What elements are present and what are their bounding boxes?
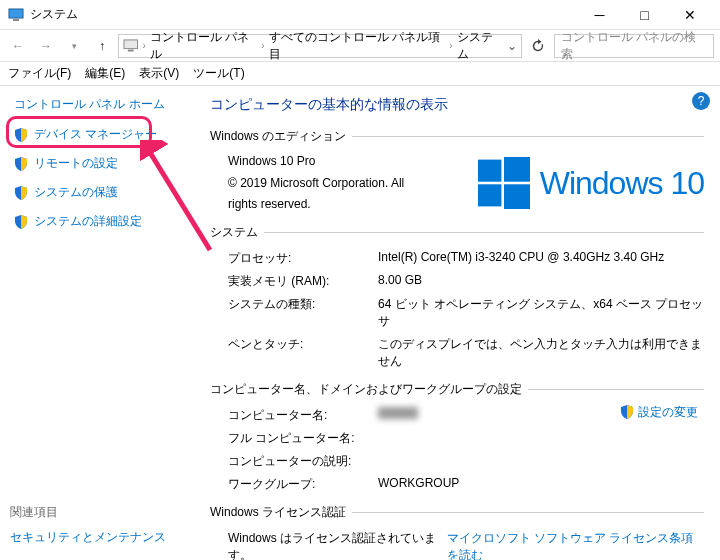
- menu-view[interactable]: 表示(V): [139, 65, 179, 82]
- menu-edit[interactable]: 編集(E): [85, 65, 125, 82]
- sidebar-item-label: リモートの設定: [34, 155, 118, 172]
- type-label: システムの種類:: [228, 296, 378, 330]
- cpu-label: プロセッサ:: [228, 250, 378, 267]
- section-edition: Windows のエディション: [210, 128, 346, 145]
- wg-label: ワークグループ:: [228, 476, 378, 493]
- shield-icon: [14, 215, 28, 229]
- main-panel: ? コンピューターの基本的な情報の表示 Windows のエディション Wind…: [192, 86, 720, 560]
- related-link-security[interactable]: セキュリティとメンテナンス: [10, 529, 166, 546]
- menu-tools[interactable]: ツール(T): [193, 65, 244, 82]
- recent-dropdown[interactable]: ▾: [62, 34, 86, 58]
- minimize-button[interactable]: ─: [577, 0, 622, 30]
- window-title: システム: [30, 6, 577, 23]
- page-title: コンピューターの基本的な情報の表示: [210, 96, 704, 114]
- address-bar[interactable]: › コントロール パネル › すべてのコントロール パネル項目 › システム ⌄: [118, 34, 522, 58]
- sidebar-item-label: システムの詳細設定: [34, 213, 142, 230]
- pen-label: ペンとタッチ:: [228, 336, 378, 370]
- sidebar-item-protection[interactable]: システムの保護: [10, 181, 192, 204]
- up-button[interactable]: ↑: [90, 34, 114, 58]
- forward-button: →: [34, 34, 58, 58]
- menu-file[interactable]: ファイル(F): [8, 65, 71, 82]
- shield-icon: [14, 128, 28, 142]
- section-system: システム: [210, 224, 258, 241]
- crumb-control-panel[interactable]: コントロール パネル: [150, 29, 257, 63]
- chevron-right-icon: ›: [261, 40, 264, 51]
- maximize-button[interactable]: □: [622, 0, 667, 30]
- type-value: 64 ビット オペレーティング システム、x64 ベース プロセッサ: [378, 296, 704, 330]
- ram-label: 実装メモリ (RAM):: [228, 273, 378, 290]
- pen-value: このディスプレイでは、ペン入力とタッチ入力は利用できません: [378, 336, 704, 370]
- shield-icon: [620, 405, 634, 419]
- windows-logo: Windows 10: [478, 151, 704, 216]
- license-terms-link[interactable]: マイクロソフト ソフトウェア ライセンス条項を読む: [447, 530, 704, 560]
- titlebar: システム ─ □ ✕: [0, 0, 720, 30]
- navbar: ← → ▾ ↑ › コントロール パネル › すべてのコントロール パネル項目 …: [0, 30, 720, 62]
- brand-text: Windows 10: [540, 165, 704, 202]
- crumb-all-items[interactable]: すべてのコントロール パネル項目: [269, 29, 446, 63]
- sidebar-item-label: デバイス マネージャー: [34, 126, 157, 143]
- cname-label: コンピューター名:: [228, 407, 378, 424]
- wg-value: WORKGROUP: [378, 476, 704, 493]
- chevron-right-icon: ›: [142, 40, 145, 51]
- sidebar-item-device-manager[interactable]: デバイス マネージャー: [10, 123, 192, 146]
- activation-status: Windows はライセンス認証されています。: [228, 530, 439, 560]
- cname-value-redacted: [378, 407, 418, 419]
- desc-label: コンピューターの説明:: [228, 453, 378, 470]
- chevron-right-icon: ›: [449, 40, 452, 51]
- shield-icon: [14, 186, 28, 200]
- back-button[interactable]: ←: [6, 34, 30, 58]
- cpu-value: Intel(R) Core(TM) i3-3240 CPU @ 3.40GHz …: [378, 250, 704, 267]
- close-button[interactable]: ✕: [667, 0, 712, 30]
- section-cname: コンピューター名、ドメインおよびワークグループの設定: [210, 381, 522, 398]
- svg-rect-1: [13, 19, 19, 21]
- refresh-button[interactable]: [526, 34, 550, 58]
- sidebar-item-advanced[interactable]: システムの詳細設定: [10, 210, 192, 233]
- svg-rect-2: [124, 39, 138, 48]
- svg-rect-0: [9, 9, 23, 18]
- change-settings-link[interactable]: 設定の変更: [620, 404, 698, 421]
- system-icon: [8, 7, 24, 23]
- crumb-system[interactable]: システム: [457, 29, 503, 63]
- svg-rect-6: [478, 185, 501, 207]
- ram-value: 8.00 GB: [378, 273, 704, 290]
- related-heading: 関連項目: [10, 504, 166, 521]
- pc-icon: [123, 38, 138, 54]
- svg-rect-5: [504, 157, 530, 182]
- search-placeholder: コントロール パネルの検索: [561, 29, 707, 63]
- menubar: ファイル(F) 編集(E) 表示(V) ツール(T): [0, 62, 720, 86]
- svg-rect-7: [504, 185, 530, 210]
- svg-rect-3: [128, 49, 134, 51]
- section-activation: Windows ライセンス認証: [210, 504, 346, 521]
- copyright: © 2019 Microsoft Corporation. All rights…: [228, 173, 428, 216]
- edition-name: Windows 10 Pro: [228, 151, 428, 173]
- address-dropdown-icon[interactable]: ⌄: [507, 39, 517, 53]
- sidebar-item-remote[interactable]: リモートの設定: [10, 152, 192, 175]
- svg-rect-4: [478, 160, 501, 182]
- sidebar: コントロール パネル ホーム デバイス マネージャー リモートの設定 システムの…: [0, 86, 192, 560]
- sidebar-item-label: システムの保護: [34, 184, 118, 201]
- shield-icon: [14, 157, 28, 171]
- sidebar-heading[interactable]: コントロール パネル ホーム: [10, 96, 192, 113]
- help-button[interactable]: ?: [692, 92, 710, 110]
- fullname-label: フル コンピューター名:: [228, 430, 378, 447]
- search-input[interactable]: コントロール パネルの検索: [554, 34, 714, 58]
